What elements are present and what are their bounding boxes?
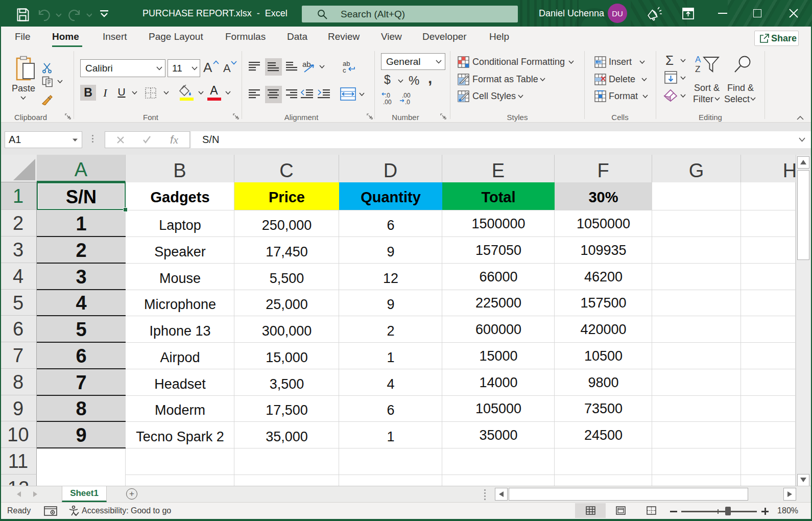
svg-text:.0: .0	[405, 99, 410, 105]
svg-text:ab: ab	[302, 60, 311, 68]
svg-text:.0: .0	[385, 92, 390, 99]
svg-text:c: c	[343, 66, 346, 74]
svg-text:.00: .00	[402, 92, 411, 99]
svg-text:A: A	[695, 55, 701, 64]
svg-text:Z: Z	[695, 64, 700, 74]
svg-text:.00: .00	[383, 99, 392, 105]
